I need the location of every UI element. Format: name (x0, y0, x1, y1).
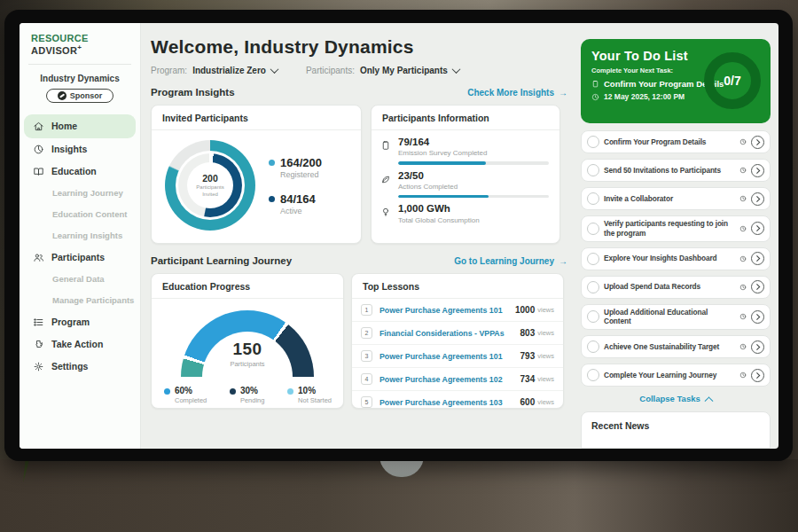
filters-row: Program: Industrialize Zero Participants… (151, 66, 567, 75)
arrow-right-icon: → (559, 88, 567, 98)
collapse-tasks-link[interactable]: Collapse Tasks (581, 394, 771, 403)
legend-dot (230, 388, 236, 395)
sidebar-item-education[interactable]: Education (20, 160, 140, 183)
task-checkbox[interactable] (587, 369, 599, 381)
lesson-row: 2 Financial Considerations - VPPAs 803 v… (352, 322, 563, 345)
clock-icon (739, 343, 747, 350)
card-title: Participants Information (372, 106, 559, 130)
page-title: Welcome, Industry Dynamics (151, 36, 567, 58)
app-screen: RESOURCE ADVISOR+ Industry Dynamics Spon… (20, 23, 778, 449)
card-title: Education Progress (152, 274, 343, 299)
todo-counter: 0/7 (724, 74, 740, 88)
chevron-down-icon (451, 65, 460, 74)
gauge-center-value: 150 (181, 340, 314, 359)
check-more-insights-link[interactable]: Check More Insights → (467, 88, 567, 98)
legend-dot (164, 388, 170, 395)
sidebar-item-insights[interactable]: Insights (20, 138, 140, 160)
legend-dot (269, 160, 275, 166)
lesson-link[interactable]: Power Purchase Agreements 101 (379, 352, 520, 361)
lesson-link[interactable]: Power Purchase Agreements 101 (379, 306, 515, 315)
program-dropdown[interactable]: Program: Industrialize Zero (151, 66, 278, 75)
energy-icon (380, 203, 392, 223)
task-checkbox[interactable] (587, 136, 599, 148)
go-to-learning-journey-link[interactable]: Go to Learning Journey → (454, 256, 567, 266)
gauge-center-label: Participants (181, 360, 314, 368)
task-open-button[interactable] (751, 340, 764, 354)
task-open-button[interactable] (751, 192, 764, 206)
sidebar-item-learning-insights[interactable]: Learning Insights (20, 225, 140, 246)
task-open-button[interactable] (751, 164, 764, 177)
divider (28, 64, 131, 65)
sidebar-item-home[interactable]: Home (24, 114, 136, 138)
info-row-consumption: 1,000 GWh Total Global Consumption (380, 203, 549, 223)
chevron-down-icon (270, 65, 278, 74)
recent-news-card: Recent News (581, 411, 771, 449)
section-learning-journey: Participant Learning Journey (151, 255, 292, 266)
participants-dropdown[interactable]: Participants: Only My Participants (306, 66, 459, 75)
task-checkbox[interactable] (587, 192, 599, 205)
home-icon (33, 121, 44, 132)
legend-pending: 30%Pending (230, 386, 265, 404)
lesson-link[interactable]: Power Purchase Agreements 103 (379, 398, 520, 407)
clock-icon (739, 167, 747, 174)
sidebar-nav: Home Insights Education Learning Journey… (20, 114, 140, 378)
invited-participants-card: Invited Participants 200 ParticipantsInv… (151, 105, 362, 244)
lesson-row: 5 Power Purchase Agreements 103 600 view… (352, 391, 563, 409)
list-icon (33, 317, 44, 328)
sponsor-badge[interactable]: Sponsor (46, 89, 113, 103)
task-item: Explore Your Insights Dashboard (581, 247, 771, 270)
task-item: Send 50 Invitations to Participants (581, 159, 771, 182)
clock-icon (739, 313, 747, 320)
lesson-rank: 3 (361, 350, 372, 362)
info-row-survey: 79/164 Emission Survey Completed (380, 137, 549, 165)
sponsor-icon (58, 91, 66, 100)
sidebar-item-learning-journey[interactable]: Learning Journey (20, 183, 140, 204)
task-open-button[interactable] (751, 222, 764, 235)
info-row-actions: 23/50 Actions Completed (380, 170, 549, 199)
survey-icon (380, 137, 392, 165)
task-checkbox[interactable] (587, 310, 599, 323)
task-open-button[interactable] (751, 136, 764, 149)
education-progress-card: Education Progress 150 Participants 60%C… (151, 273, 344, 409)
todo-task-list: Confirm Your Program Details Send 50 Inv… (581, 130, 771, 387)
task-checkbox[interactable] (587, 340, 599, 353)
lesson-rank: 2 (361, 327, 372, 339)
section-program-insights: Program Insights (151, 87, 235, 98)
task-open-button[interactable] (751, 252, 764, 265)
gear-icon (33, 361, 44, 372)
sidebar-item-settings[interactable]: Settings (20, 356, 140, 378)
sidebar-item-take-action[interactable]: Take Action (20, 333, 140, 356)
legend-dot (269, 196, 275, 202)
invited-donut-chart: 200 ParticipantsInvited (165, 140, 255, 231)
todo-panel: Your To Do List Complete Your Next Task:… (578, 23, 778, 449)
clock-icon (739, 372, 747, 379)
sidebar-item-manage-participants[interactable]: Manage Participants (20, 290, 140, 311)
logo-primary: RESOURCE (31, 33, 89, 43)
sidebar-item-education-content[interactable]: Education Content (20, 204, 140, 225)
sidebar-item-participants[interactable]: Participants (20, 246, 140, 269)
insights-icon (33, 144, 44, 155)
task-checkbox[interactable] (587, 281, 599, 293)
clipboard-icon (591, 80, 599, 88)
task-checkbox[interactable] (587, 223, 599, 235)
recent-news-heading: Recent News (591, 420, 649, 431)
sidebar: RESOURCE ADVISOR+ Industry Dynamics Spon… (20, 23, 141, 449)
donut-center-value: 200 (202, 173, 218, 184)
task-open-button[interactable] (751, 369, 764, 382)
task-checkbox[interactable] (587, 164, 599, 176)
task-checkbox[interactable] (587, 253, 599, 265)
task-item: Invite a Collaborator (581, 187, 771, 210)
sidebar-item-program[interactable]: Program (20, 311, 140, 333)
lesson-row: 4 Power Purchase Agreements 102 734 view… (352, 368, 563, 391)
logo-secondary: ADVISOR+ (31, 45, 82, 56)
legend-completed: 60%Completed (164, 386, 207, 404)
lesson-link[interactable]: Financial Considerations - VPPAs (379, 329, 520, 338)
clock-icon (739, 225, 747, 232)
lesson-rank: 1 (361, 304, 372, 316)
clock-icon (739, 255, 747, 262)
task-item: Confirm Your Program Details (581, 130, 771, 153)
sidebar-item-general-data[interactable]: General Data (20, 269, 140, 290)
task-open-button[interactable] (751, 280, 764, 293)
lesson-link[interactable]: Power Purchase Agreements 102 (379, 375, 520, 384)
task-open-button[interactable] (751, 310, 764, 324)
